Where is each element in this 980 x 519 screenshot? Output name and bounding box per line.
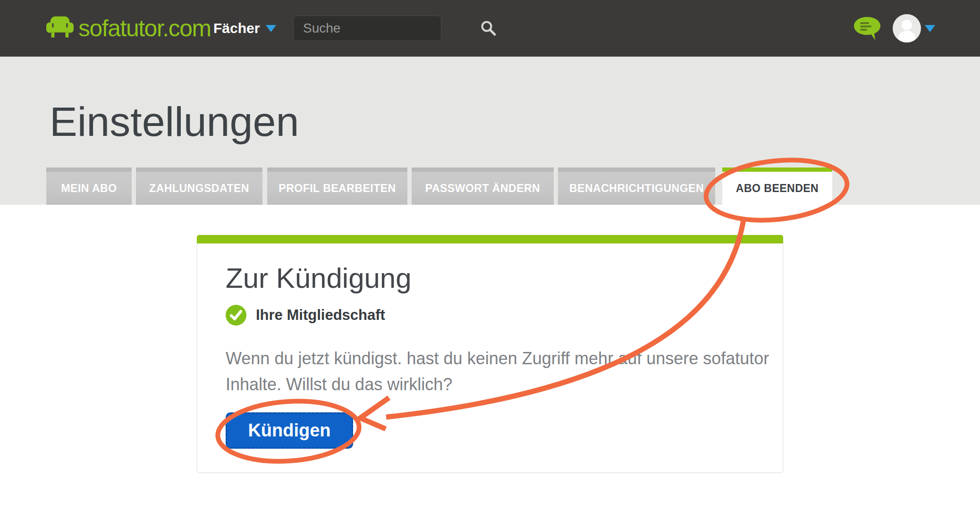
membership-heading: Ihre Mitgliedschaft	[256, 307, 385, 324]
tab-mein-abo[interactable]: MEIN ABO	[46, 167, 132, 205]
couch-icon	[46, 16, 74, 41]
tab-label: PROFIL BEARBEITEN	[279, 182, 396, 195]
settings-page: sofatutor.com Fächer	[0, 0, 980, 519]
tab-passwort-aendern[interactable]: PASSWORT ÄNDERN	[412, 167, 554, 205]
search-input[interactable]	[294, 21, 480, 36]
card-green-topbar	[197, 235, 783, 243]
card-title: Zur Kündigung	[226, 262, 412, 294]
cancellation-body-text: Wenn du jetzt kündigst. hast du keinen Z…	[226, 345, 769, 397]
tab-benachrichtigungen[interactable]: BENACHRICHTIGUNGEN	[558, 167, 715, 205]
tab-label: ABO BEENDEN	[736, 182, 819, 195]
tab-label: PASSWORT ÄNDERN	[425, 182, 540, 195]
sofatutor-logo[interactable]: sofatutor.com	[46, 16, 211, 41]
tab-label: MEIN ABO	[61, 182, 117, 195]
cancellation-card: Zur Kündigung Ihre Mitgliedschaft Wenn d…	[197, 235, 783, 473]
tab-label: BENACHRICHTIGUNGEN	[569, 182, 704, 195]
body-line: Wenn du jetzt kündigst. hast du keinen Z…	[226, 345, 769, 371]
search-icon[interactable]	[480, 20, 497, 37]
membership-row: Ihre Mitgliedschaft	[226, 305, 385, 326]
tab-abo-beenden[interactable]: ABO BEENDEN	[722, 167, 832, 217]
cancel-button[interactable]: Kündigen	[226, 412, 353, 449]
page-title: Einstellungen	[50, 99, 299, 145]
tab-profil-bearbeiten[interactable]: PROFIL BEARBEITEN	[267, 167, 407, 205]
account-chevron-down-icon[interactable]	[925, 25, 935, 32]
logo-text: sofatutor.com	[78, 17, 211, 40]
body-line: Inhalte. Willst du das wirklich?	[226, 371, 769, 397]
chevron-down-icon	[266, 25, 276, 32]
avatar[interactable]	[893, 14, 921, 42]
search-bar	[293, 16, 441, 41]
top-navbar: sofatutor.com Fächer	[0, 0, 980, 57]
check-icon	[226, 305, 246, 326]
messages-icon[interactable]	[854, 17, 880, 41]
tab-label: ZAHLUNGSDATEN	[149, 182, 249, 195]
subjects-label: Fächer	[213, 20, 260, 36]
cancel-button-label: Kündigen	[248, 420, 330, 441]
subjects-menu[interactable]: Fächer	[213, 0, 276, 57]
tab-zahlungsdaten[interactable]: ZAHLUNGSDATEN	[136, 167, 262, 205]
